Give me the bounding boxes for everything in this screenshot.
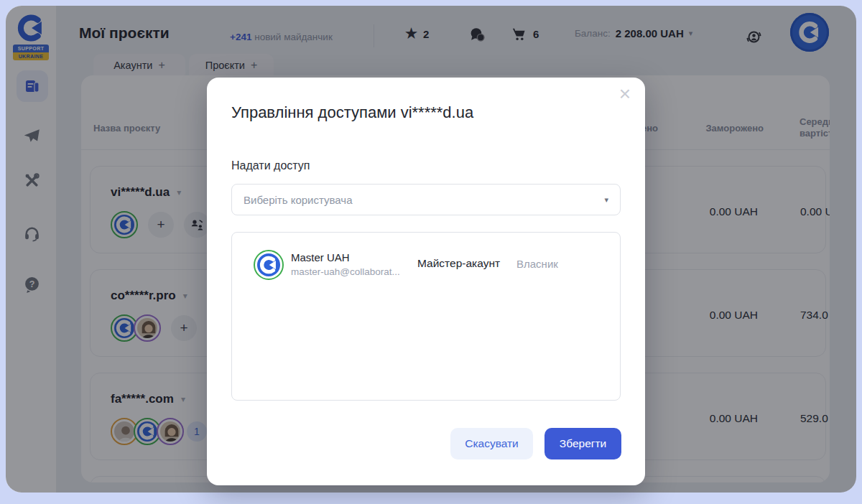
modal-title: Управління доступами vi*****d.ua xyxy=(231,103,473,122)
access-management-modal: × Управління доступами vi*****d.ua Надат… xyxy=(207,78,645,485)
user-account-type: Майстер-акаунт xyxy=(417,257,500,270)
access-list: Master UAH master-uah@collaborat... Майс… xyxy=(231,232,621,401)
save-button[interactable]: Зберегти xyxy=(544,428,621,459)
avatar-master-account xyxy=(254,250,284,280)
user-name: Master UAH xyxy=(291,251,350,263)
chevron-down-icon: ▾ xyxy=(604,195,608,205)
cancel-button[interactable]: Скасувати xyxy=(450,428,533,459)
close-icon[interactable]: × xyxy=(619,83,631,105)
grant-access-label: Надати доступ xyxy=(231,159,310,172)
user-role: Власник xyxy=(516,258,558,270)
user-email: master-uah@collaborat... xyxy=(291,266,400,277)
user-select-placeholder: Виберіть користувача xyxy=(244,194,604,206)
user-select[interactable]: Виберіть користувача ▾ xyxy=(231,184,621,215)
